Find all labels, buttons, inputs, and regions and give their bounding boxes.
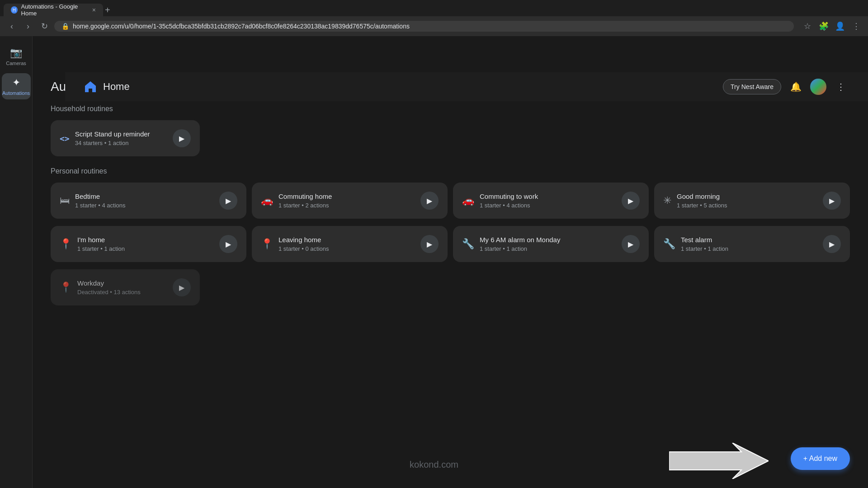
sidebar: 📷 Cameras ✦ Automations <box>0 36 33 488</box>
header-actions: Try Nest Aware 🔔 ⋮ <box>723 78 850 96</box>
browser-actions: ☆ 🧩 👤 ⋮ <box>801 20 863 33</box>
alarm-icon: 🔧 <box>462 238 474 250</box>
personal-row-1: 🛏 Bedtime 1 starter • 4 actions ▶ 🚗 <box>51 183 850 219</box>
play-button-bedtime[interactable]: ▶ <box>219 192 237 210</box>
test-alarm-icon: 🔧 <box>663 238 675 250</box>
card-meta: Deactivated • 13 actions <box>77 289 141 296</box>
script-icon: <> <box>60 134 70 143</box>
cameras-icon: 📷 <box>10 47 22 59</box>
automation-card-commuting-work[interactable]: 🚗 Commuting to work 1 starter • 4 action… <box>453 183 649 219</box>
bookmark-button[interactable]: ☆ <box>801 20 814 33</box>
extensions-button[interactable]: 🧩 <box>817 20 830 33</box>
sidebar-item-automations[interactable]: ✦ Automations <box>2 73 31 99</box>
back-button[interactable]: ‹ <box>5 20 18 33</box>
card-info: Test alarm 1 starter • 1 action <box>681 236 728 252</box>
card-info: Script Stand up reminder 34 starters • 1… <box>75 130 150 146</box>
card-meta: 1 starter • 4 actions <box>75 202 126 209</box>
card-info: I'm home 1 starter • 1 action <box>77 236 125 252</box>
play-button-test-alarm[interactable]: ▶ <box>823 235 841 253</box>
automation-card-script-standup[interactable]: <> Script Stand up reminder 34 starters … <box>51 120 200 156</box>
card-name: Script Stand up reminder <box>75 130 150 138</box>
personal-section-title: Personal routines <box>51 167 850 175</box>
household-cards-grid: <> Script Stand up reminder 34 starters … <box>51 120 200 156</box>
url-box[interactable]: 🔒 home.google.com/u/0/home/1-35c5dcfbca3… <box>54 21 794 32</box>
sun-icon: ✳ <box>663 195 671 206</box>
automation-card-test-alarm[interactable]: 🔧 Test alarm 1 starter • 1 action ▶ <box>654 226 850 262</box>
url-text: home.google.com/u/0/home/1-35c5dcfbca35b… <box>73 23 410 30</box>
arrow-decoration <box>669 443 769 479</box>
tab-close-button[interactable]: × <box>92 6 96 14</box>
card-name: I'm home <box>77 236 125 244</box>
profile-button[interactable]: 👤 <box>834 20 846 33</box>
address-bar: ‹ › ↻ 🔒 home.google.com/u/0/home/1-35c5d… <box>0 16 868 36</box>
play-button-script-standup[interactable]: ▶ <box>173 129 191 147</box>
sidebar-cameras-label: Cameras <box>6 61 26 66</box>
sidebar-item-cameras[interactable]: 📷 Cameras <box>2 43 31 70</box>
automation-card-workday[interactable]: 📍 Workday Deactivated • 13 actions ▶ <box>51 269 200 305</box>
card-left: <> Script Stand up reminder 34 starters … <box>60 130 150 146</box>
card-left: 📍 Leaving home 1 starter • 0 actions <box>261 236 329 252</box>
play-button-good-morning[interactable]: ▶ <box>823 192 841 210</box>
browser-chrome: H Automations - Google Home × + ‹ › ↻ 🔒 … <box>0 0 868 36</box>
forward-button[interactable]: › <box>22 20 34 33</box>
main-area: Home Try Nest Aware 🔔 ⋮ Automations Hous… <box>33 36 868 488</box>
card-name: Bedtime <box>75 192 126 200</box>
reload-button[interactable]: ↻ <box>38 20 51 33</box>
card-left: ✳ Good morning 1 starter • 5 actions <box>663 192 727 209</box>
avatar[interactable] <box>810 79 826 95</box>
card-meta: 1 starter • 1 action <box>77 245 125 252</box>
card-left: 🚗 Commuting to work 1 starter • 4 action… <box>462 192 538 209</box>
card-left: 🔧 My 6 AM alarm on Monday 1 starter • 1 … <box>462 236 560 252</box>
page-content: Automations Household routines <> Script… <box>33 65 868 327</box>
card-info: Commuting to work 1 starter • 4 actions <box>480 192 538 209</box>
svg-marker-1 <box>669 443 769 479</box>
card-info: Leaving home 1 starter • 0 actions <box>278 236 329 252</box>
car-home-icon: 🚗 <box>261 195 273 206</box>
watermark: kokond.com <box>410 460 458 470</box>
play-button-6am-alarm[interactable]: ▶ <box>622 235 640 253</box>
more-icon: ⋮ <box>836 81 845 92</box>
card-info: Workday Deactivated • 13 actions <box>77 279 141 296</box>
personal-row-2: 📍 I'm home 1 starter • 1 action ▶ 📍 <box>51 226 850 262</box>
more-menu-button[interactable]: ⋮ <box>850 20 863 33</box>
tab-bar: H Automations - Google Home × + <box>0 0 868 16</box>
card-name: My 6 AM alarm on Monday <box>480 236 560 244</box>
play-button-im-home[interactable]: ▶ <box>219 235 237 253</box>
card-info: Bedtime 1 starter • 4 actions <box>75 192 126 209</box>
card-name: Leaving home <box>278 236 329 244</box>
automation-card-im-home[interactable]: 📍 I'm home 1 starter • 1 action ▶ <box>51 226 246 262</box>
automation-card-good-morning[interactable]: ✳ Good morning 1 starter • 5 actions ▶ <box>654 183 850 219</box>
new-tab-button[interactable]: + <box>105 5 110 15</box>
sidebar-automations-label: Automations <box>2 90 30 96</box>
app-brand: Home <box>83 80 130 94</box>
notifications-button[interactable]: 🔔 <box>787 78 805 96</box>
automation-card-bedtime[interactable]: 🛏 Bedtime 1 starter • 4 actions ▶ <box>51 183 246 219</box>
play-button-leaving-home[interactable]: ▶ <box>420 235 439 253</box>
card-left: 🛏 Bedtime 1 starter • 4 actions <box>60 192 126 209</box>
household-section: Household routines <> Script Stand up re… <box>51 105 850 156</box>
card-meta: 34 starters • 1 action <box>75 140 150 146</box>
card-left: 📍 I'm home 1 starter • 1 action <box>60 236 125 252</box>
card-name: Test alarm <box>681 236 728 244</box>
household-section-title: Household routines <box>51 105 850 113</box>
play-button-commuting-work[interactable]: ▶ <box>622 192 640 210</box>
workday-icon: 📍 <box>60 282 72 293</box>
try-nest-aware-button[interactable]: Try Nest Aware <box>723 79 781 94</box>
card-left: 🚗 Commuting home 1 starter • 2 actions <box>261 192 332 209</box>
automation-card-commuting-home[interactable]: 🚗 Commuting home 1 starter • 2 actions ▶ <box>252 183 448 219</box>
automation-card-leaving-home[interactable]: 📍 Leaving home 1 starter • 0 actions ▶ <box>252 226 448 262</box>
play-button-workday[interactable]: ▶ <box>173 278 191 296</box>
card-meta: 1 starter • 4 actions <box>480 202 538 209</box>
card-name: Workday <box>77 279 141 287</box>
active-tab[interactable]: H Automations - Google Home × <box>4 4 103 16</box>
personal-row-3: 📍 Workday Deactivated • 13 actions ▶ <box>51 269 200 305</box>
more-options-button[interactable]: ⋮ <box>832 78 850 96</box>
add-new-button[interactable]: + Add new <box>791 447 850 470</box>
bed-icon: 🛏 <box>60 195 70 206</box>
personal-section: Personal routines 🛏 Bedtime 1 starter • … <box>51 167 850 305</box>
bell-icon: 🔔 <box>790 81 802 92</box>
automation-card-6am-alarm[interactable]: 🔧 My 6 AM alarm on Monday 1 starter • 1 … <box>453 226 649 262</box>
play-button-commuting-home[interactable]: ▶ <box>420 192 439 210</box>
card-info: My 6 AM alarm on Monday 1 starter • 1 ac… <box>480 236 560 252</box>
google-home-logo <box>83 80 98 94</box>
